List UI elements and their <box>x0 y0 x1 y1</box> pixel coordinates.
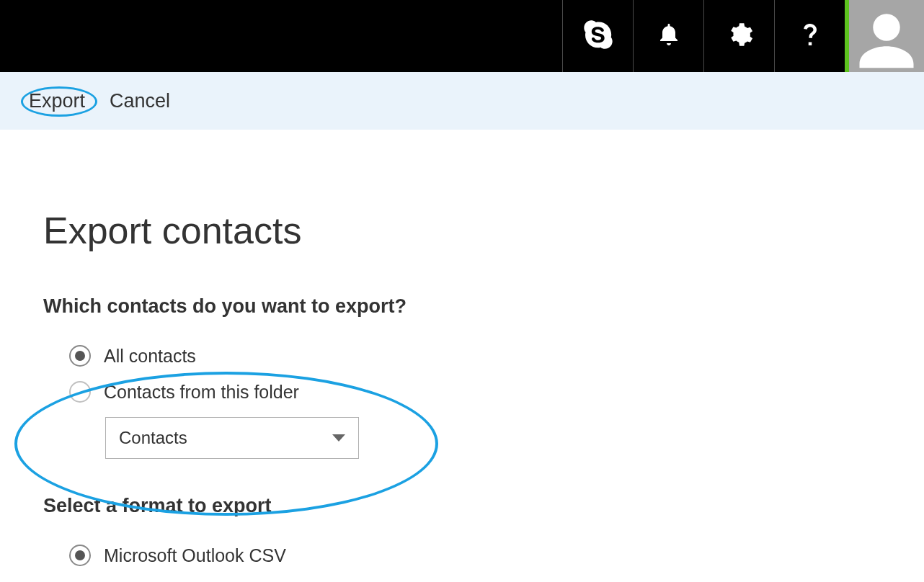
settings-button[interactable] <box>703 0 774 72</box>
option-folder-contacts[interactable]: Contacts from this folder <box>43 381 924 403</box>
radio-outlook-csv-label: Microsoft Outlook CSV <box>104 545 286 566</box>
section-which-contacts-heading: Which contacts do you want to export? <box>43 295 924 318</box>
cancel-label: Cancel <box>110 90 170 112</box>
option-all-contacts[interactable]: All contacts <box>43 345 924 367</box>
page-title: Export contacts <box>43 209 924 252</box>
question-icon <box>797 22 823 50</box>
section-format-heading: Select a format to export <box>43 495 924 517</box>
radio-outlook-csv[interactable] <box>69 545 91 566</box>
avatar-icon <box>854 7 919 72</box>
content-area: Export contacts Which contacts do you wa… <box>0 130 924 566</box>
radio-all-contacts[interactable] <box>69 345 91 367</box>
radio-all-contacts-label: All contacts <box>104 346 196 367</box>
chevron-down-icon <box>332 434 345 442</box>
folder-select-value: Contacts <box>119 428 187 448</box>
option-outlook-csv[interactable]: Microsoft Outlook CSV <box>43 545 924 566</box>
action-bar: Export Cancel <box>0 72 924 130</box>
cancel-button[interactable]: Cancel <box>110 90 170 112</box>
skype-button[interactable] <box>562 0 633 72</box>
export-label: Export <box>29 90 85 112</box>
gear-icon <box>726 21 753 51</box>
profile-button[interactable] <box>849 0 924 72</box>
skype-icon <box>584 20 613 52</box>
export-button[interactable]: Export <box>29 90 85 112</box>
bell-icon <box>656 22 682 50</box>
notifications-button[interactable] <box>633 0 703 72</box>
radio-folder-contacts[interactable] <box>69 381 91 403</box>
radio-folder-contacts-label: Contacts from this folder <box>104 382 299 403</box>
help-button[interactable] <box>774 0 845 72</box>
folder-select[interactable]: Contacts <box>105 417 359 459</box>
top-bar <box>0 0 924 72</box>
